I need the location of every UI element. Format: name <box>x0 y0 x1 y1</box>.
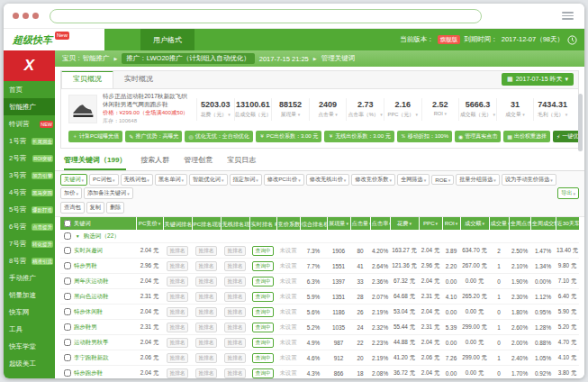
query-realtime-button[interactable]: 查询中 <box>252 246 273 256</box>
url-bar[interactable] <box>50 9 482 23</box>
sidebar-item[interactable]: 特训营 NEW <box>4 115 55 132</box>
sort-icon[interactable]: ▾ <box>409 221 412 226</box>
query-realtime-button[interactable]: 查询中 <box>252 307 273 317</box>
sidebar-item[interactable]: 快车网 <box>4 304 55 321</box>
group-checkbox[interactable] <box>64 232 71 240</box>
stat[interactable]: 2.16 PPC（元） ▾ <box>384 98 421 121</box>
setting-pill-button[interactable]: ￥ 无线出价系数：3.00 元 <box>324 131 394 142</box>
column-header[interactable]: 成交量▾ <box>489 217 509 230</box>
action-button[interactable]: 删除 <box>106 202 124 214</box>
filter-button[interactable]: 修改竞价系数▾ <box>351 174 395 186</box>
stat[interactable]: 31 成交量 ▾ <box>496 98 534 121</box>
row-checkbox[interactable] <box>64 354 71 361</box>
sort-icon[interactable]: ▾ <box>436 221 439 226</box>
keyword-link[interactable]: 实时兴趣词 <box>74 247 103 253</box>
filter-button[interactable]: PC词包▾ <box>89 174 119 186</box>
query-realtime-button[interactable]: 查询中 <box>252 323 273 332</box>
column-header[interactable]: PC竞价▾ <box>136 217 163 230</box>
row-checkbox[interactable] <box>64 293 71 300</box>
query-realtime-button[interactable]: 查询中 <box>252 353 273 363</box>
filter-button[interactable]: 全网筛选▾ <box>397 174 430 186</box>
date-picker-button[interactable]: ▦ 2017-07-15 昨天 ▾ <box>502 73 574 86</box>
sidebar-item[interactable]: 3号营 加力引擎 <box>4 167 55 184</box>
filter-button[interactable]: 黑名单词▾ <box>155 174 187 186</box>
stat[interactable]: 5203.03 花费（元） ▾ <box>196 98 234 121</box>
sort-icon[interactable]: ▾ <box>158 221 161 226</box>
filter-button[interactable]: 批量分组筛选▾ <box>456 174 500 186</box>
row-checkbox[interactable] <box>64 308 71 315</box>
overview-tab[interactable]: 实时概况 <box>113 70 164 88</box>
main-tab[interactable]: 搜索人群 <box>140 151 169 170</box>
sidebar-item[interactable]: 工具 <box>4 321 55 338</box>
sidebar-item[interactable]: 销量加速 <box>4 286 55 304</box>
product-thumbnail[interactable] <box>68 95 97 123</box>
keyword-link[interactable]: 特步休闲鞋 <box>74 308 103 314</box>
keyword-link[interactable]: 周年庆运动鞋 <box>74 277 108 284</box>
sidebar-item[interactable]: 首页 <box>4 81 55 98</box>
column-header[interactable]: ROI▾ <box>442 217 460 230</box>
sort-icon[interactable]: ▾ <box>456 221 458 226</box>
setting-pill-button[interactable]: ％ 移动折扣：100% <box>397 131 452 142</box>
filter-button[interactable]: 智能优化词▾ <box>189 174 227 186</box>
action-button[interactable]: 复制 <box>86 202 104 214</box>
setting-pill-button[interactable]: ◉ 管理真实点击 <box>455 131 501 142</box>
column-header[interactable]: 展现量▾ <box>327 217 350 230</box>
setting-pill-button[interactable]: ￥ PC出价系数：3.00 元 <box>256 131 322 142</box>
keyword-link[interactable]: 跑步鞋男 <box>74 323 97 330</box>
column-header[interactable]: 点击量▾ <box>350 217 370 230</box>
breadcrumb-product[interactable]: 宝贝：智能推广 <box>62 54 110 63</box>
setting-pill-button[interactable]: ＋ 计算PC端曝光值 <box>68 131 122 142</box>
filter-button[interactable]: 设为手动竞价筛选▾ <box>502 174 556 186</box>
action-button[interactable]: 查询包 <box>60 202 85 214</box>
sidebar-item[interactable]: 1号营 长尾掘金 <box>4 132 55 150</box>
setting-pill-button[interactable]: ▦ 出价权重选择 <box>503 131 550 142</box>
group-label[interactable]: 购选词（22） <box>84 232 120 239</box>
collapse-icon[interactable]: ▼ <box>76 233 80 239</box>
export-button[interactable]: 导出▾ <box>557 187 579 199</box>
filter-button[interactable]: 添加备注关键词▾ <box>84 187 133 199</box>
keyword-link[interactable]: 运动鞋男秋季 <box>74 339 108 345</box>
filter-button[interactable]: 关键词▾ <box>60 174 87 186</box>
keyword-link[interactable]: 李宁跑鞋新款 <box>74 354 108 360</box>
row-checkbox[interactable] <box>64 247 71 254</box>
main-tab[interactable]: 宝贝日志 <box>227 151 256 170</box>
column-header[interactable]: 全周成交转化率▾ <box>530 217 556 230</box>
sidebar-item[interactable]: 5号营 爆款打造 <box>4 201 55 218</box>
product-title[interactable]: 特步正品运动鞋2017秋新款飞织休闲鞋男透气网面跑步鞋 <box>103 93 191 108</box>
setting-pill-button[interactable]: ◎ 优化无忧：全自动优化 <box>185 131 252 142</box>
user-format-tab[interactable]: 用户格式 <box>140 29 194 50</box>
setting-pill-button[interactable]: ⚡ 一键优化 <box>553 131 578 142</box>
filter-button[interactable]: 加价▾ <box>60 187 82 199</box>
stat[interactable]: 88152 展现量 ▾ <box>271 98 309 121</box>
keyword-link[interactable]: 特步跑步鞋 <box>74 369 103 376</box>
column-header[interactable]: 成交额▾ <box>460 217 489 230</box>
column-header[interactable]: 近30天车费▾ <box>556 217 579 230</box>
sidebar-item[interactable]: 手动推广 <box>4 269 55 286</box>
sidebar-item[interactable]: 4号营 黑马突围 <box>4 184 55 201</box>
row-checkbox[interactable] <box>64 369 71 377</box>
sidebar-item[interactable]: 7号营 转化提升 <box>4 235 55 252</box>
query-realtime-button[interactable]: 查询中 <box>252 277 273 286</box>
query-realtime-button[interactable]: 查询中 <box>252 368 273 378</box>
query-realtime-button[interactable]: 查询中 <box>252 261 273 271</box>
sort-icon[interactable]: ▾ <box>347 221 349 226</box>
filter-button[interactable]: 修改PC出价▾ <box>264 174 304 186</box>
column-header[interactable]: 全周点击率▾ <box>509 217 530 230</box>
menu-icon[interactable] <box>560 10 575 22</box>
sort-icon[interactable]: ▾ <box>483 221 485 226</box>
query-realtime-button[interactable]: 查询中 <box>252 338 273 348</box>
query-realtime-button[interactable]: 查询中 <box>252 292 273 302</box>
stat[interactable]: 2.73 点击率（%） ▾ <box>346 98 384 121</box>
stat[interactable]: 2.52 ROI ▾ <box>421 98 459 121</box>
stat[interactable]: 5666.3 成交额（元） ▾ <box>458 98 496 121</box>
column-header[interactable]: PPC▾ <box>419 217 442 230</box>
row-checkbox[interactable] <box>64 262 71 269</box>
column-header[interactable]: 点击率▾ <box>370 217 390 230</box>
sidebar-item[interactable]: 快车学堂 <box>4 338 55 355</box>
row-checkbox[interactable] <box>64 323 71 331</box>
filter-button[interactable]: 修改无线出价▾ <box>306 174 350 186</box>
main-tab[interactable]: 管理创意 <box>184 151 213 170</box>
select-all-checkbox[interactable] <box>64 220 71 227</box>
sidebar-item[interactable]: 超级美工 <box>4 355 55 372</box>
sidebar-item[interactable]: 8号营 精准引流 <box>4 252 55 269</box>
